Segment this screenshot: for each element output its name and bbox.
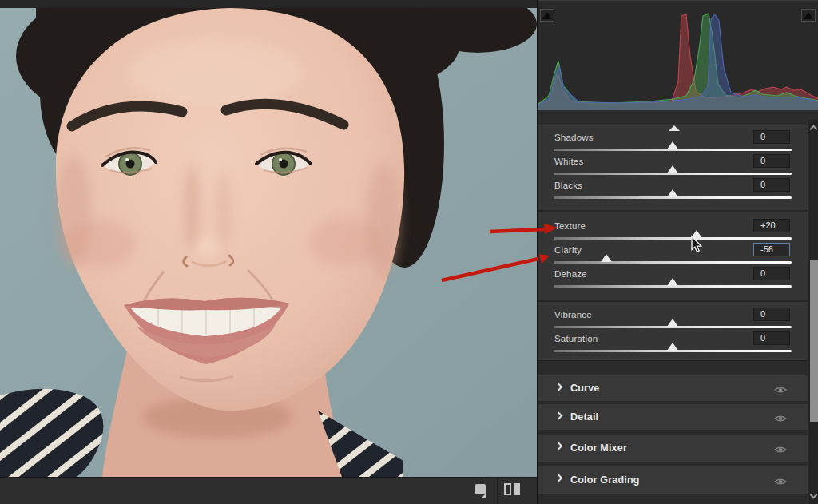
chevron-right-icon [555, 474, 563, 482]
workspace-top-strip [0, 0, 537, 8]
slider-label: Blacks [554, 181, 582, 190]
slider-label: Clarity [554, 245, 582, 255]
section-divider [538, 360, 808, 375]
photo-editor-window: Shadows 0 Whites 0 Blacks 0 Texture +20 … [0, 0, 818, 504]
slider-label: Saturation [554, 334, 598, 343]
slider-label: Dehaze [554, 269, 587, 279]
slider-blacks: Blacks 0 [554, 180, 792, 202]
group-divider [538, 300, 808, 302]
slider-whites: Whites 0 [554, 156, 792, 178]
slider-value-box[interactable]: 0 [753, 267, 790, 280]
portrait-photo [0, 8, 537, 477]
panel-end-strip [538, 495, 808, 504]
slider-value-box[interactable]: 0 [753, 331, 790, 345]
slider-thumb[interactable] [691, 230, 702, 238]
slider-track[interactable] [554, 350, 792, 352]
slider-value-box[interactable]: 0 [753, 178, 790, 192]
statusbar-divider [497, 478, 498, 504]
section-color-mixer[interactable]: Color Mixer [538, 435, 808, 462]
slider-track[interactable] [554, 261, 792, 264]
section-label: Detail [570, 411, 598, 423]
scroll-up-icon[interactable] [810, 125, 818, 133]
slider-label: Whites [554, 157, 583, 166]
slider-label: Vibrance [554, 310, 592, 319]
slider-thumb[interactable] [667, 343, 678, 351]
slider-label: Texture [554, 221, 586, 231]
slider-track[interactable] [554, 173, 792, 175]
slider-thumb[interactable] [667, 189, 678, 197]
slider-track[interactable] [554, 326, 792, 328]
scrollbar-thumb[interactable] [810, 260, 818, 422]
slider-value-box[interactable]: -56 [753, 243, 790, 256]
slider-track[interactable] [554, 196, 792, 199]
canvas-status-bar [0, 477, 537, 504]
section-label: Color Grading [570, 474, 640, 486]
slider-label: Shadows [554, 133, 594, 142]
slider-thumb[interactable] [667, 319, 678, 327]
eye-visibility-icon[interactable] [774, 443, 787, 458]
eye-visibility-icon[interactable] [774, 383, 787, 398]
panel-scrollbar[interactable] [808, 120, 818, 504]
slider-shadows: Shadows 0 [554, 132, 792, 154]
section-label: Color Mixer [570, 442, 627, 454]
section-detail[interactable]: Detail [538, 404, 808, 430]
panel-divider [538, 110, 818, 125]
slider-value-box[interactable]: 0 [753, 154, 790, 168]
chevron-right-icon [555, 442, 563, 450]
chevron-right-icon [555, 412, 563, 420]
section-label: Curve [570, 383, 599, 394]
before-after-view-icon[interactable] [504, 483, 522, 495]
slider-thumb[interactable] [601, 254, 612, 262]
develop-settings-panel: Shadows 0 Whites 0 Blacks 0 Texture +20 … [537, 0, 818, 504]
histogram[interactable] [538, 0, 818, 110]
slider-texture: Texture +20 [554, 220, 792, 243]
slider-clarity: Clarity -56 [554, 244, 792, 267]
slider-vibrance: Vibrance 0 [554, 309, 792, 331]
section-color-grading[interactable]: Color Grading [538, 466, 808, 494]
chevron-right-icon [555, 383, 563, 391]
highlights-clipping-indicator-icon[interactable] [801, 9, 816, 22]
slider-thumb[interactable] [667, 165, 678, 173]
scroll-down-icon[interactable] [810, 491, 818, 499]
slider-value-box[interactable]: 0 [753, 130, 790, 144]
slider-track[interactable] [554, 237, 792, 240]
slider-track[interactable] [554, 285, 792, 288]
eye-visibility-icon[interactable] [774, 475, 787, 490]
slider-thumb[interactable] [667, 141, 678, 149]
group-divider [538, 210, 808, 212]
image-canvas-portrait-photo[interactable] [0, 8, 537, 477]
shadows-clipping-indicator-icon[interactable] [540, 9, 554, 22]
slider-saturation: Saturation 0 [554, 333, 792, 355]
slider-dehaze: Dehaze 0 [554, 268, 792, 291]
slider-value-box[interactable]: 0 [753, 308, 790, 321]
eye-visibility-icon[interactable] [774, 412, 787, 427]
slider-track[interactable] [554, 149, 792, 151]
slider-value-box[interactable]: +20 [753, 219, 790, 232]
clipped-slider-thumb [669, 125, 680, 131]
slider-thumb[interactable] [667, 278, 678, 286]
preview-options-icon[interactable] [475, 484, 486, 494]
section-curve[interactable]: Curve [538, 375, 808, 401]
